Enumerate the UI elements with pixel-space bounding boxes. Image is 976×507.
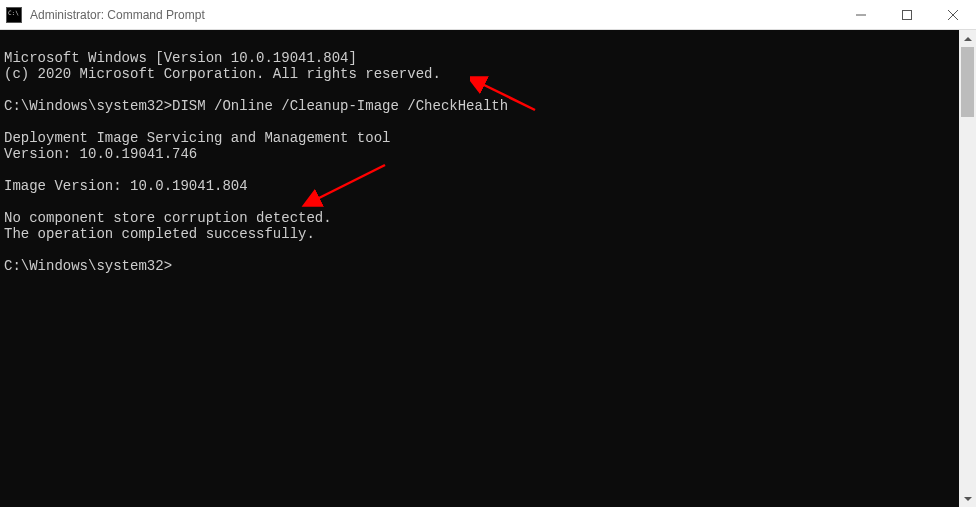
window-titlebar: Administrator: Command Prompt <box>0 0 976 30</box>
output-line: (c) 2020 Microsoft Corporation. All righ… <box>4 66 441 82</box>
minimize-button[interactable] <box>838 0 884 30</box>
prompt-command: DISM /Online /Cleanup-Image /CheckHealth <box>172 98 508 114</box>
svg-marker-9 <box>964 497 972 501</box>
svg-line-7 <box>315 165 385 200</box>
scroll-down-arrow-icon[interactable] <box>959 490 976 507</box>
scroll-track[interactable] <box>959 47 976 490</box>
svg-rect-1 <box>903 11 912 20</box>
terminal-container: Microsoft Windows [Version 10.0.19041.80… <box>0 30 976 507</box>
window-controls <box>838 0 976 29</box>
output-line: Version: 10.0.19041.746 <box>4 146 197 162</box>
terminal-output[interactable]: Microsoft Windows [Version 10.0.19041.80… <box>0 30 959 507</box>
close-button[interactable] <box>930 0 976 30</box>
output-line: No component store corruption detected. <box>4 210 332 226</box>
output-line: The operation completed successfully. <box>4 226 315 242</box>
svg-marker-8 <box>964 37 972 41</box>
maximize-button[interactable] <box>884 0 930 30</box>
prompt-path: C:\Windows\system32> <box>4 98 172 114</box>
output-line: Microsoft Windows [Version 10.0.19041.80… <box>4 50 357 66</box>
output-line: Image Version: 10.0.19041.804 <box>4 178 248 194</box>
vertical-scrollbar[interactable] <box>959 30 976 507</box>
window-title: Administrator: Command Prompt <box>30 8 838 22</box>
scroll-thumb[interactable] <box>961 47 974 117</box>
prompt-line: C:\Windows\system32>DISM /Online /Cleanu… <box>4 98 508 114</box>
prompt-line: C:\Windows\system32> <box>4 258 172 274</box>
annotation-arrow-icon <box>300 160 390 210</box>
cmd-icon <box>6 7 22 23</box>
output-line: Deployment Image Servicing and Managemen… <box>4 130 390 146</box>
scroll-up-arrow-icon[interactable] <box>959 30 976 47</box>
prompt-path: C:\Windows\system32> <box>4 258 172 274</box>
